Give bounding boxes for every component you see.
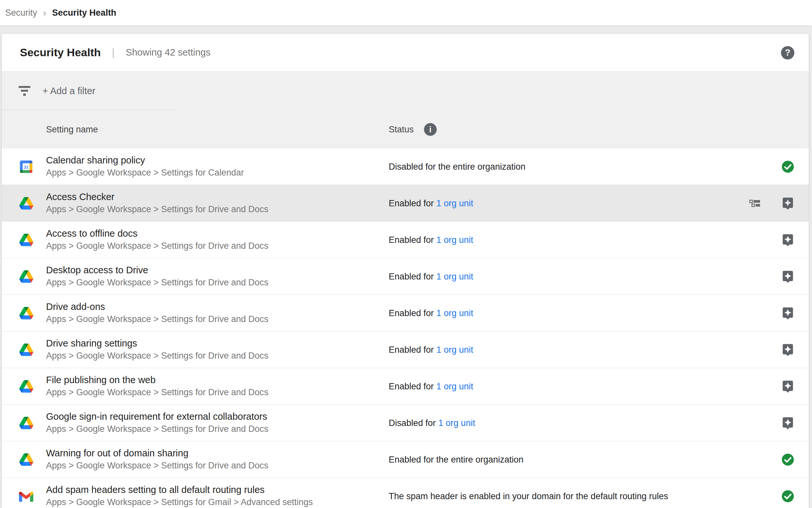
recommendation-icon[interactable] xyxy=(781,416,795,430)
setting-name: Drive sharing settings xyxy=(46,337,269,350)
setting-status: Enabled for the entire organization xyxy=(389,454,524,465)
table-row[interactable]: 31 Add spam headers settin xyxy=(2,478,809,508)
calendar-icon: 31 xyxy=(19,160,33,174)
table-row[interactable]: 31 Drive add-ons App xyxy=(2,295,809,332)
drive-icon xyxy=(19,380,33,393)
table-row[interactable]: 31 Google sign-in requirem xyxy=(2,405,809,441)
recommendation-icon[interactable] xyxy=(781,380,795,393)
setting-name-block: Add spam headers setting to all default … xyxy=(46,483,313,508)
security-health-card: Security Health | Showing 42 settings ? … xyxy=(2,34,809,508)
org-unit-link[interactable]: 1 org unit xyxy=(436,308,473,318)
setting-path: Apps > Google Workspace > Settings for D… xyxy=(46,350,269,362)
setting-path: Apps > Google Workspace > Settings for D… xyxy=(46,240,269,252)
app-icon: 31 xyxy=(18,196,34,211)
status-ok-icon xyxy=(781,160,795,174)
setting-name: Desktop access to Drive xyxy=(46,264,269,277)
chevron-right-icon: › xyxy=(43,8,46,18)
setting-path: Apps > Google Workspace > Settings for D… xyxy=(46,460,269,471)
recommendation-icon[interactable] xyxy=(781,233,795,247)
status-text: Enabled for xyxy=(389,198,434,208)
status-text: Disabled for xyxy=(389,418,436,428)
setting-status: Enabled for1 org unit xyxy=(389,381,473,391)
recommendation-icon[interactable] xyxy=(781,343,795,357)
card-header: Security Health | Showing 42 settings ? xyxy=(2,34,809,72)
table-row[interactable]: 31 Warning for out of doma xyxy=(2,441,809,478)
setting-status: Disabled for1 org unit xyxy=(389,418,475,428)
app-icon: 31 xyxy=(18,489,34,504)
setting-name-block: Warning for out of domain sharing Apps >… xyxy=(46,447,269,471)
table-row[interactable]: 31 Drive sharing settings xyxy=(2,332,809,368)
setting-name-block: Access Checker Apps > Google Workspace >… xyxy=(46,190,269,215)
table-row[interactable]: 31 Desktop access to Drive xyxy=(2,258,809,295)
status-text: Enabled for the entire organization xyxy=(389,454,524,464)
drive-icon xyxy=(19,270,33,283)
table-row[interactable]: 31 Access Checker Ap xyxy=(2,185,809,222)
setting-status: Enabled for1 org unit xyxy=(389,345,473,355)
filter-bar: + Add a filter xyxy=(2,72,809,110)
app-icon: 31 xyxy=(18,306,34,321)
table-row[interactable]: 31 Calendar sharing policy xyxy=(2,149,809,185)
setting-name-block: Drive add-ons Apps > Google Workspace > … xyxy=(46,300,269,325)
setting-path: Apps > Google Workspace > Settings for D… xyxy=(46,203,269,215)
drive-icon xyxy=(19,417,33,429)
column-header-setting-name: Setting name xyxy=(46,124,98,134)
table-row[interactable]: 31 File publishing on the xyxy=(2,368,809,405)
status-text: The spam header is enabled in your domai… xyxy=(389,491,668,501)
setting-name: Access Checker xyxy=(46,190,269,203)
setting-path: Apps > Google Workspace > Settings for D… xyxy=(46,386,269,398)
setting-name: Google sign-in requirement for external … xyxy=(46,410,269,423)
setting-status: Enabled for1 org unit xyxy=(389,271,473,282)
status-text: Disabled for the entire organization xyxy=(389,162,526,171)
breadcrumb-item-security[interactable]: Security xyxy=(5,8,37,18)
setting-name-block: Google sign-in requirement for external … xyxy=(46,410,269,435)
setting-status: Enabled for1 org unit xyxy=(389,235,473,245)
column-header-status: Status xyxy=(389,124,414,134)
title-divider: | xyxy=(112,46,115,58)
drive-icon xyxy=(19,307,33,320)
org-unit-link[interactable]: 1 org unit xyxy=(436,345,473,354)
status-ok-icon xyxy=(781,453,795,466)
app-icon: 31 xyxy=(18,416,34,430)
table-header: Setting name Status i xyxy=(2,110,809,149)
org-unit-link[interactable]: 1 org unit xyxy=(436,381,473,391)
org-unit-link[interactable]: 1 org unit xyxy=(438,418,475,428)
table-row[interactable]: 31 Access to offline docs xyxy=(2,222,809,258)
app-icon: 31 xyxy=(18,379,34,394)
status-info-icon[interactable]: i xyxy=(424,123,437,136)
setting-path: Apps > Google Workspace > Settings for C… xyxy=(46,167,244,178)
gmail-icon xyxy=(19,491,33,502)
org-unit-link[interactable]: 1 org unit xyxy=(436,235,473,245)
org-unit-override-icon xyxy=(749,200,760,207)
setting-name-block: Access to offline docs Apps > Google Wor… xyxy=(46,227,269,252)
breadcrumb-item-security-health: Security Health xyxy=(52,8,116,18)
breadcrumb: Security › Security Health xyxy=(0,0,812,26)
recommendation-icon[interactable] xyxy=(781,197,795,210)
recommendation-icon[interactable] xyxy=(781,270,795,284)
setting-status: The spam header is enabled in your domai… xyxy=(389,491,668,501)
page-title: Security Health xyxy=(20,46,101,59)
app-icon: 31 xyxy=(18,452,34,467)
status-text: Enabled for xyxy=(389,381,434,391)
setting-path: Apps > Google Workspace > Settings for D… xyxy=(46,277,269,288)
drive-icon xyxy=(19,234,33,246)
setting-name: Warning for out of domain sharing xyxy=(46,447,269,460)
setting-name: Drive add-ons xyxy=(46,300,269,313)
setting-name: Add spam headers setting to all default … xyxy=(46,483,313,496)
help-icon[interactable]: ? xyxy=(781,46,794,59)
org-unit-link[interactable]: 1 org unit xyxy=(436,271,473,281)
recommendation-icon[interactable] xyxy=(781,306,795,320)
filter-icon[interactable] xyxy=(18,85,31,96)
app-icon: 31 xyxy=(18,342,34,357)
setting-path: Apps > Google Workspace > Settings for D… xyxy=(46,423,269,435)
setting-path: Apps > Google Workspace > Settings for G… xyxy=(46,496,313,508)
status-text: Enabled for xyxy=(389,271,434,281)
add-filter-button[interactable]: + Add a filter xyxy=(42,72,95,110)
org-unit-link[interactable]: 1 org unit xyxy=(436,198,473,208)
setting-status: Enabled for1 org unit xyxy=(389,198,473,208)
status-ok-icon xyxy=(781,490,795,503)
status-text: Enabled for xyxy=(389,235,434,245)
setting-name-block: Drive sharing settings Apps > Google Wor… xyxy=(46,337,269,362)
drive-icon xyxy=(19,454,33,466)
setting-status: Enabled for1 org unit xyxy=(389,308,473,318)
setting-name-block: Desktop access to Drive Apps > Google Wo… xyxy=(46,264,269,288)
